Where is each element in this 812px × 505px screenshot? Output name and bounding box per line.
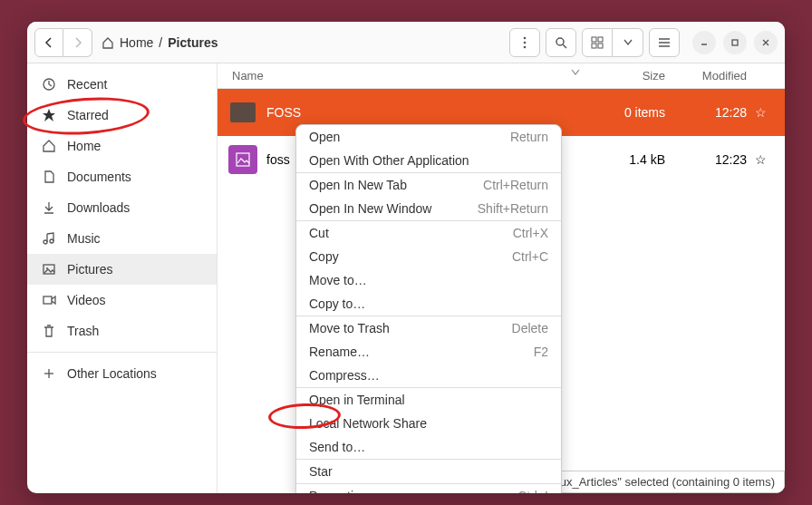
ctx-move-to[interactable]: Move to… — [296, 268, 561, 292]
home-icon — [42, 139, 56, 153]
svg-point-3 — [556, 38, 564, 45]
videos-icon — [42, 293, 56, 307]
hamburger-button[interactable] — [649, 28, 680, 57]
sidebar-item-downloads[interactable]: Downloads — [27, 192, 217, 223]
svg-rect-21 — [44, 296, 52, 304]
svg-rect-8 — [598, 44, 603, 48]
column-headers[interactable]: Name Size Modified — [218, 63, 785, 89]
chevron-down-icon — [571, 69, 584, 83]
ctx-trash[interactable]: Move to TrashDelete — [296, 316, 561, 340]
sidebar: Recent Starred Home Documents Downloads … — [27, 63, 218, 493]
sidebar-item-trash[interactable]: Trash — [27, 316, 217, 346]
maximize-button[interactable] — [723, 31, 747, 54]
file-modified: 12:28 — [665, 105, 747, 120]
ctx-open-with[interactable]: Open With Other Application — [296, 149, 561, 172]
svg-rect-6 — [598, 37, 603, 42]
sidebar-item-label: Music — [67, 231, 101, 246]
svg-point-2 — [524, 45, 527, 48]
recent-icon — [42, 77, 56, 92]
sidebar-item-label: Other Locations — [67, 366, 157, 381]
sidebar-item-label: Videos — [67, 293, 106, 307]
sidebar-item-pictures[interactable]: Pictures — [27, 254, 217, 285]
sidebar-item-home[interactable]: Home — [27, 131, 217, 161]
svg-rect-7 — [592, 44, 596, 48]
image-icon — [227, 143, 259, 176]
ctx-share[interactable]: Local Network Share — [296, 412, 561, 435]
svg-rect-13 — [732, 40, 738, 45]
svg-point-0 — [524, 36, 527, 39]
ctx-new-tab[interactable]: Open In New TabCtrl+Return — [296, 173, 561, 197]
ctx-open[interactable]: OpenReturn — [296, 125, 561, 149]
pictures-icon — [42, 262, 56, 277]
sidebar-item-recent[interactable]: Recent — [27, 69, 217, 100]
sidebar-item-label: Home — [67, 139, 101, 153]
view-dropdown[interactable] — [613, 28, 643, 57]
ctx-star[interactable]: Star — [296, 460, 561, 483]
sidebar-item-label: Pictures — [67, 262, 113, 277]
sidebar-item-documents[interactable]: Documents — [27, 161, 217, 192]
ctx-compress[interactable]: Compress… — [296, 364, 561, 387]
sidebar-item-label: Starred — [67, 108, 109, 122]
col-modified[interactable]: Modified — [665, 69, 747, 83]
sidebar-item-other[interactable]: Other Locations — [27, 358, 217, 389]
minimize-button[interactable] — [692, 31, 716, 54]
file-modified: 12:23 — [665, 152, 747, 167]
close-button[interactable] — [754, 31, 778, 54]
downloads-icon — [42, 200, 56, 215]
titlebar: Home / Pictures — [27, 22, 785, 63]
ctx-send[interactable]: Send to… — [296, 435, 561, 459]
documents-icon — [42, 170, 56, 184]
svg-rect-5 — [592, 37, 596, 42]
ctx-copy-to[interactable]: Copy to… — [296, 292, 561, 316]
file-name: FOSS — [266, 105, 584, 120]
sidebar-item-starred[interactable]: Starred — [27, 100, 217, 131]
sidebar-item-videos[interactable]: Videos — [27, 285, 217, 316]
col-size[interactable]: Size — [584, 69, 665, 83]
search-button[interactable] — [546, 28, 576, 57]
breadcrumb-current[interactable]: Pictures — [168, 35, 218, 50]
back-button[interactable] — [34, 28, 63, 57]
folder-icon — [227, 96, 259, 129]
svg-point-1 — [524, 41, 527, 44]
context-menu: OpenReturn Open With Other Application O… — [295, 124, 562, 493]
sidebar-item-label: Recent — [67, 77, 107, 92]
forward-button[interactable] — [63, 28, 92, 57]
menu-button[interactable] — [509, 28, 540, 57]
star-toggle[interactable]: ☆ — [747, 105, 774, 120]
star-icon — [42, 108, 56, 122]
breadcrumb-home[interactable]: Home — [120, 35, 153, 50]
ctx-new-window[interactable]: Open In New WindowShift+Return — [296, 197, 561, 220]
sidebar-item-label: Trash — [67, 324, 99, 338]
sidebar-item-label: Downloads — [67, 200, 130, 215]
ctx-terminal[interactable]: Open in Terminal — [296, 388, 561, 412]
ctx-copy[interactable]: CopyCtrl+C — [296, 245, 561, 268]
svg-point-17 — [44, 240, 47, 244]
breadcrumb[interactable]: Home / Pictures — [102, 35, 218, 50]
ctx-cut[interactable]: CutCtrl+X — [296, 221, 561, 245]
sidebar-item-music[interactable]: Music — [27, 223, 217, 254]
svg-rect-24 — [237, 153, 249, 166]
col-name[interactable]: Name — [232, 69, 571, 83]
trash-icon — [42, 324, 56, 338]
file-size: 1.4 kB — [584, 152, 665, 167]
sidebar-item-label: Documents — [67, 170, 131, 184]
home-icon — [102, 36, 114, 49]
ctx-properties[interactable]: PropertiesCtrl+I — [296, 484, 561, 493]
plus-icon — [42, 366, 56, 381]
svg-line-4 — [563, 44, 566, 48]
music-icon — [42, 231, 56, 246]
icon-view-button[interactable] — [582, 28, 613, 57]
star-toggle[interactable]: ☆ — [747, 152, 774, 167]
ctx-rename[interactable]: Rename…F2 — [296, 340, 561, 364]
svg-point-18 — [50, 239, 53, 243]
file-size: 0 items — [584, 105, 665, 120]
